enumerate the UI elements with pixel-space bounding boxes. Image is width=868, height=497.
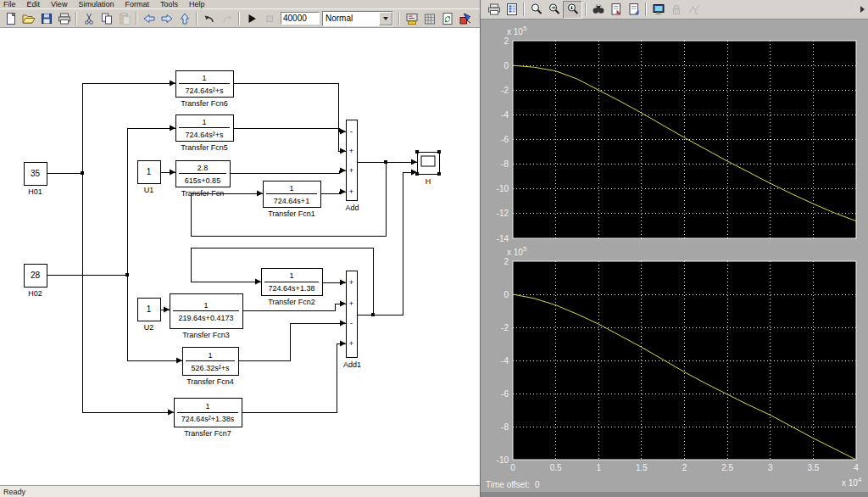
new-icon: [4, 12, 18, 25]
wire-arrowhead: [340, 168, 346, 174]
constant-block-H01[interactable]: 35H01: [24, 162, 47, 196]
toolbar-separator: [585, 3, 587, 16]
save-button[interactable]: [37, 10, 55, 26]
menu-help[interactable]: Help: [189, 0, 205, 8]
tf-numerator: 2.8: [198, 164, 209, 172]
restore-axes-button[interactable]: [625, 2, 643, 18]
scope-toolbar: [481, 0, 868, 20]
scope-plot-area[interactable]: 20-2-4-6-8-10-12-14x 10520-2-4-6-8-1000.…: [481, 19, 868, 497]
scope-block-H[interactable]: H: [415, 150, 441, 186]
x-tick-label: 4: [854, 463, 859, 472]
new-button[interactable]: [2, 10, 19, 26]
transfer-fcn-block-TF4[interactable]: 1526.32s²+sTransfer Fcn4: [182, 347, 238, 386]
start-simulation-button[interactable]: [242, 10, 260, 26]
selection-handle[interactable]: [415, 172, 419, 176]
library-browser-button[interactable]: [420, 10, 438, 26]
time-offset-label: Time offset:: [486, 480, 530, 489]
menu-file[interactable]: File: [3, 0, 16, 8]
transfer-fcn-block-TF1[interactable]: 1724.64s+1Transfer Fcn1: [263, 181, 320, 218]
transfer-fcn-block-TF6[interactable]: 1724.64s²+sTransfer Fcn6: [175, 70, 233, 108]
transfer-fcn-block-TF2[interactable]: 1724.64s+1.38Transfer Fcn2: [261, 268, 322, 306]
autoscale-button[interactable]: [589, 2, 607, 18]
signal-wire[interactable]: [242, 343, 346, 412]
x-tick-label: 0.5: [550, 463, 562, 472]
signal-wire[interactable]: [233, 128, 346, 131]
model-browser-button[interactable]: [403, 10, 420, 26]
menu-simulation[interactable]: Simulation: [78, 0, 114, 8]
model-canvas[interactable]: 35H0128H021U11U21724.64s²+sTransfer Fcn6…: [0, 28, 480, 486]
floating-scope-button[interactable]: [649, 2, 667, 18]
signal-wire[interactable]: [233, 83, 346, 151]
stop-simulation-button[interactable]: [260, 10, 278, 26]
zoom-button[interactable]: [527, 2, 545, 18]
wire-arrowhead: [340, 341, 346, 347]
zoom-y-button[interactable]: [563, 1, 582, 19]
scope-axes-1[interactable]: 20-2-4-6-8-10-12-14x 105: [497, 25, 856, 243]
sum-block-Add[interactable]: -+++Add: [345, 120, 359, 212]
lock-axes-button[interactable]: [667, 2, 685, 18]
wire-junction-dot: [125, 273, 129, 276]
scope-window-bottom-edge: [481, 492, 868, 497]
open-button[interactable]: [19, 10, 37, 26]
menu-edit[interactable]: Edit: [27, 0, 41, 8]
menu-format[interactable]: Format: [125, 0, 149, 8]
sim-stop-time-input[interactable]: [281, 12, 320, 25]
wire-arrowhead: [340, 321, 346, 327]
y-tick-label: -6: [501, 389, 509, 399]
constant-block-H02[interactable]: 28H02: [24, 264, 47, 298]
constant-block-U2[interactable]: 1U2: [137, 298, 160, 332]
toolbar-overflow-chevron[interactable]: [860, 6, 865, 13]
start-simulation-icon: [245, 12, 259, 25]
paste-button[interactable]: [115, 10, 133, 26]
up-level-button[interactable]: [175, 10, 193, 26]
menu-tools[interactable]: Tools: [160, 0, 178, 8]
block-diagram[interactable]: 35H0128H021U11U21724.64s²+sTransfer Fcn6…: [0, 28, 480, 486]
signal-wire[interactable]: [230, 170, 346, 173]
tf-denominator: 724.64s+1: [274, 197, 309, 205]
restore-axes-icon: [627, 3, 641, 16]
forward-button[interactable]: [158, 10, 175, 26]
sim-mode-select[interactable]: Normal: [322, 11, 393, 26]
wire-junction-dot: [81, 171, 84, 175]
transfer-fcn-block-TF5[interactable]: 1724.64s²+sTransfer Fcn5: [175, 114, 233, 152]
transfer-fcn-block-TF[interactable]: 2.8615s+0.85Transfer Fcn: [175, 160, 230, 198]
signal-selection-button[interactable]: [685, 2, 703, 18]
x-tick-label: 3: [768, 463, 773, 472]
cut-button[interactable]: [80, 10, 97, 26]
status-bar: Ready: [0, 485, 483, 497]
lock-axes-icon: [670, 3, 683, 16]
selection-handle[interactable]: [437, 172, 441, 176]
undo-button[interactable]: [200, 10, 218, 26]
wire-arrowhead: [255, 279, 261, 285]
signal-wire[interactable]: [357, 172, 417, 315]
constant-block-U1[interactable]: 1U1: [137, 160, 160, 194]
selection-handle[interactable]: [437, 150, 441, 154]
y-tick-label: -2: [501, 323, 509, 332]
transfer-fcn-block-TF7[interactable]: 1724.64s²+1.38sTransfer Fcn7: [174, 398, 242, 438]
build-model-button[interactable]: [456, 10, 474, 26]
print-button[interactable]: [485, 2, 503, 18]
code-generation-button[interactable]: [474, 10, 480, 26]
zoom-icon: [530, 3, 543, 16]
zoom-x-button[interactable]: [545, 2, 563, 18]
constant-value: 1: [147, 304, 152, 314]
transfer-fcn-block-TF3[interactable]: 1219.64s+0.4173Transfer Fcn3: [170, 293, 242, 339]
scope-axes-2[interactable]: 20-2-4-6-8-1000.511.522.533.54x 105x 104: [497, 245, 862, 488]
update-diagram-button[interactable]: [438, 10, 456, 26]
wire-junction-dot: [384, 160, 387, 164]
sim-mode-dropdown-arrow[interactable]: [379, 12, 392, 25]
selection-handle[interactable]: [415, 150, 419, 154]
back-button[interactable]: [140, 10, 158, 26]
redo-button[interactable]: [218, 10, 236, 26]
time-offset-value: 0: [535, 480, 540, 489]
x-tick-label: 1.5: [636, 463, 648, 472]
tf-denominator: 724.64s²+1.38s: [181, 415, 235, 423]
sum-block-Add1[interactable]: ++-+Add1: [343, 271, 361, 369]
parameters-button[interactable]: [503, 2, 520, 18]
copy-button[interactable]: [97, 10, 115, 26]
signal-wire[interactable]: [238, 323, 346, 360]
print-button[interactable]: [55, 10, 73, 26]
menu-view[interactable]: View: [51, 0, 67, 8]
zoom-x-icon: [548, 3, 561, 16]
save-axes-button[interactable]: [607, 2, 625, 18]
